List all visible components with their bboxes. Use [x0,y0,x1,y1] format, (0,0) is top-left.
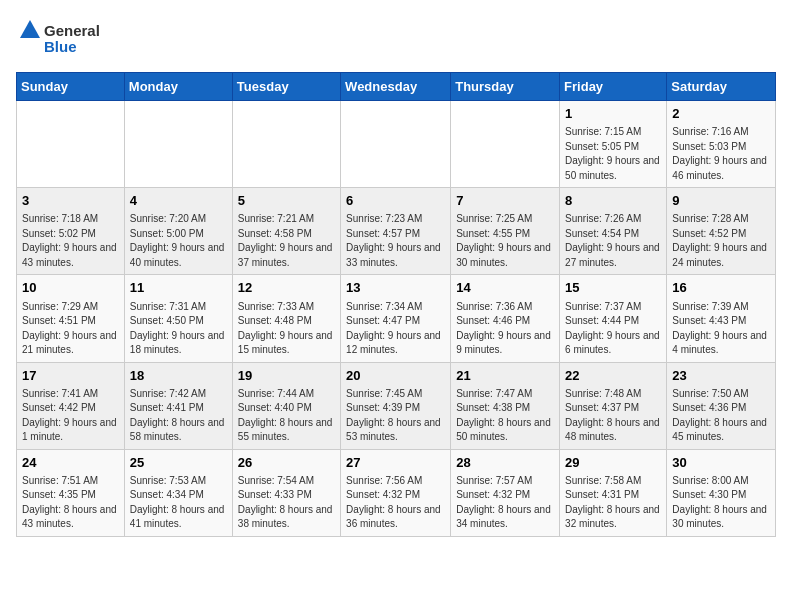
day-cell: 7Sunrise: 7:25 AM Sunset: 4:55 PM Daylig… [451,188,560,275]
day-info: Sunrise: 7:57 AM Sunset: 4:32 PM Dayligh… [456,474,554,532]
day-info: Sunrise: 7:56 AM Sunset: 4:32 PM Dayligh… [346,474,445,532]
day-info: Sunrise: 7:15 AM Sunset: 5:05 PM Dayligh… [565,125,661,183]
day-info: Sunrise: 7:18 AM Sunset: 5:02 PM Dayligh… [22,212,119,270]
day-number: 8 [565,192,661,210]
day-cell: 27Sunrise: 7:56 AM Sunset: 4:32 PM Dayli… [341,449,451,536]
day-number: 4 [130,192,227,210]
day-number: 7 [456,192,554,210]
day-number: 24 [22,454,119,472]
day-info: Sunrise: 7:45 AM Sunset: 4:39 PM Dayligh… [346,387,445,445]
weekday-monday: Monday [124,73,232,101]
day-cell: 10Sunrise: 7:29 AM Sunset: 4:51 PM Dayli… [17,275,125,362]
day-cell: 3Sunrise: 7:18 AM Sunset: 5:02 PM Daylig… [17,188,125,275]
weekday-sunday: Sunday [17,73,125,101]
day-info: Sunrise: 7:42 AM Sunset: 4:41 PM Dayligh… [130,387,227,445]
weekday-header: SundayMondayTuesdayWednesdayThursdayFrid… [17,73,776,101]
day-number: 13 [346,279,445,297]
svg-text:General: General [44,22,100,39]
day-cell: 19Sunrise: 7:44 AM Sunset: 4:40 PM Dayli… [232,362,340,449]
day-cell: 6Sunrise: 7:23 AM Sunset: 4:57 PM Daylig… [341,188,451,275]
day-info: Sunrise: 7:53 AM Sunset: 4:34 PM Dayligh… [130,474,227,532]
day-number: 30 [672,454,770,472]
day-info: Sunrise: 7:50 AM Sunset: 4:36 PM Dayligh… [672,387,770,445]
week-row-3: 10Sunrise: 7:29 AM Sunset: 4:51 PM Dayli… [17,275,776,362]
weekday-friday: Friday [560,73,667,101]
day-number: 28 [456,454,554,472]
day-number: 2 [672,105,770,123]
day-number: 9 [672,192,770,210]
day-number: 26 [238,454,335,472]
day-cell: 8Sunrise: 7:26 AM Sunset: 4:54 PM Daylig… [560,188,667,275]
day-number: 22 [565,367,661,385]
week-row-4: 17Sunrise: 7:41 AM Sunset: 4:42 PM Dayli… [17,362,776,449]
day-info: Sunrise: 7:34 AM Sunset: 4:47 PM Dayligh… [346,300,445,358]
day-number: 3 [22,192,119,210]
day-cell [341,101,451,188]
day-number: 18 [130,367,227,385]
weekday-wednesday: Wednesday [341,73,451,101]
day-cell: 15Sunrise: 7:37 AM Sunset: 4:44 PM Dayli… [560,275,667,362]
day-cell: 21Sunrise: 7:47 AM Sunset: 4:38 PM Dayli… [451,362,560,449]
day-info: Sunrise: 7:58 AM Sunset: 4:31 PM Dayligh… [565,474,661,532]
week-row-2: 3Sunrise: 7:18 AM Sunset: 5:02 PM Daylig… [17,188,776,275]
day-info: Sunrise: 7:36 AM Sunset: 4:46 PM Dayligh… [456,300,554,358]
day-info: Sunrise: 7:23 AM Sunset: 4:57 PM Dayligh… [346,212,445,270]
day-cell: 20Sunrise: 7:45 AM Sunset: 4:39 PM Dayli… [341,362,451,449]
day-number: 14 [456,279,554,297]
day-info: Sunrise: 7:20 AM Sunset: 5:00 PM Dayligh… [130,212,227,270]
day-cell: 4Sunrise: 7:20 AM Sunset: 5:00 PM Daylig… [124,188,232,275]
day-info: Sunrise: 7:41 AM Sunset: 4:42 PM Dayligh… [22,387,119,445]
day-cell: 14Sunrise: 7:36 AM Sunset: 4:46 PM Dayli… [451,275,560,362]
day-cell: 28Sunrise: 7:57 AM Sunset: 4:32 PM Dayli… [451,449,560,536]
svg-marker-0 [20,20,40,38]
day-cell: 26Sunrise: 7:54 AM Sunset: 4:33 PM Dayli… [232,449,340,536]
day-info: Sunrise: 7:28 AM Sunset: 4:52 PM Dayligh… [672,212,770,270]
day-number: 29 [565,454,661,472]
day-info: Sunrise: 7:16 AM Sunset: 5:03 PM Dayligh… [672,125,770,183]
svg-text:Blue: Blue [44,38,77,55]
day-cell: 13Sunrise: 7:34 AM Sunset: 4:47 PM Dayli… [341,275,451,362]
day-number: 17 [22,367,119,385]
day-info: Sunrise: 7:51 AM Sunset: 4:35 PM Dayligh… [22,474,119,532]
day-number: 12 [238,279,335,297]
day-cell: 22Sunrise: 7:48 AM Sunset: 4:37 PM Dayli… [560,362,667,449]
day-cell [232,101,340,188]
day-info: Sunrise: 7:31 AM Sunset: 4:50 PM Dayligh… [130,300,227,358]
day-cell: 17Sunrise: 7:41 AM Sunset: 4:42 PM Dayli… [17,362,125,449]
weekday-thursday: Thursday [451,73,560,101]
day-info: Sunrise: 7:44 AM Sunset: 4:40 PM Dayligh… [238,387,335,445]
day-cell: 5Sunrise: 7:21 AM Sunset: 4:58 PM Daylig… [232,188,340,275]
logo: GeneralBlue [16,16,106,60]
day-number: 20 [346,367,445,385]
day-cell: 18Sunrise: 7:42 AM Sunset: 4:41 PM Dayli… [124,362,232,449]
day-number: 25 [130,454,227,472]
day-info: Sunrise: 7:29 AM Sunset: 4:51 PM Dayligh… [22,300,119,358]
day-number: 23 [672,367,770,385]
logo-svg: GeneralBlue [16,16,106,60]
day-cell: 23Sunrise: 7:50 AM Sunset: 4:36 PM Dayli… [667,362,776,449]
day-number: 16 [672,279,770,297]
day-cell: 16Sunrise: 7:39 AM Sunset: 4:43 PM Dayli… [667,275,776,362]
day-cell: 24Sunrise: 7:51 AM Sunset: 4:35 PM Dayli… [17,449,125,536]
day-number: 10 [22,279,119,297]
week-row-1: 1Sunrise: 7:15 AM Sunset: 5:05 PM Daylig… [17,101,776,188]
day-cell: 9Sunrise: 7:28 AM Sunset: 4:52 PM Daylig… [667,188,776,275]
day-number: 21 [456,367,554,385]
day-cell: 11Sunrise: 7:31 AM Sunset: 4:50 PM Dayli… [124,275,232,362]
day-number: 19 [238,367,335,385]
day-info: Sunrise: 7:47 AM Sunset: 4:38 PM Dayligh… [456,387,554,445]
day-number: 11 [130,279,227,297]
calendar-body: 1Sunrise: 7:15 AM Sunset: 5:05 PM Daylig… [17,101,776,537]
day-cell: 25Sunrise: 7:53 AM Sunset: 4:34 PM Dayli… [124,449,232,536]
day-cell [451,101,560,188]
day-cell: 30Sunrise: 8:00 AM Sunset: 4:30 PM Dayli… [667,449,776,536]
weekday-saturday: Saturday [667,73,776,101]
day-info: Sunrise: 7:26 AM Sunset: 4:54 PM Dayligh… [565,212,661,270]
day-info: Sunrise: 7:54 AM Sunset: 4:33 PM Dayligh… [238,474,335,532]
day-info: Sunrise: 7:25 AM Sunset: 4:55 PM Dayligh… [456,212,554,270]
weekday-tuesday: Tuesday [232,73,340,101]
day-cell [17,101,125,188]
day-info: Sunrise: 8:00 AM Sunset: 4:30 PM Dayligh… [672,474,770,532]
day-cell [124,101,232,188]
day-cell: 12Sunrise: 7:33 AM Sunset: 4:48 PM Dayli… [232,275,340,362]
